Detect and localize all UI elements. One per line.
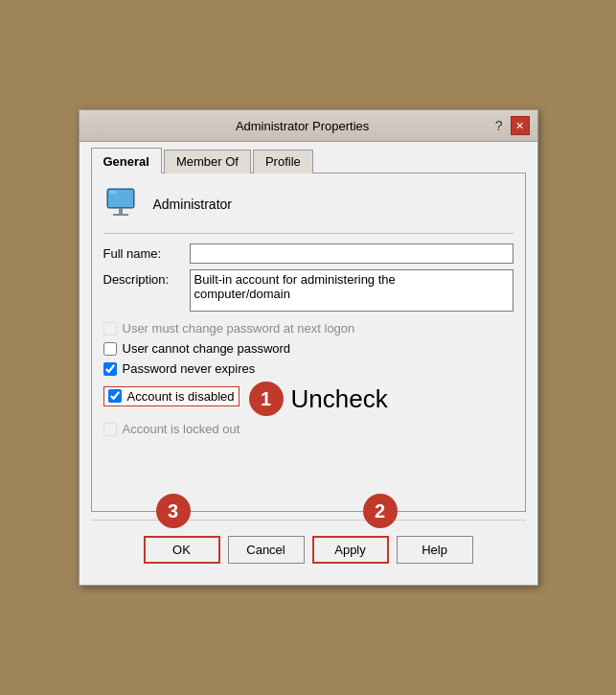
apply-button[interactable]: Apply <box>312 536 389 564</box>
checkbox-row-cannot-change: User cannot change password <box>103 341 513 356</box>
title-bar-controls: ? ✕ <box>495 116 530 135</box>
checkbox-never-expires[interactable] <box>103 362 117 376</box>
description-input[interactable]: Built-in account for administering the c… <box>190 269 513 312</box>
title-bar: Administrator Properties ? ✕ <box>80 110 537 142</box>
checkbox-row-locked-out: Account is locked out <box>103 422 513 436</box>
dialog-body: General Member Of Profile <box>80 142 537 585</box>
checkbox-row-account-disabled: Account is disabled <box>103 386 240 406</box>
checkbox-locked-out[interactable] <box>103 423 117 436</box>
svg-rect-3 <box>113 214 128 216</box>
annotation-badge-2: 2 <box>363 494 398 528</box>
checkbox-never-expires-label: Password never expires <box>123 361 256 376</box>
checkboxes-section: User must change password at next logon … <box>103 321 513 436</box>
checkbox-cannot-change-label: User cannot change password <box>123 341 291 356</box>
checkbox-account-disabled-label: Account is disabled <box>127 389 235 404</box>
tab-member-of[interactable]: Member Of <box>164 150 251 174</box>
annotation-text: Uncheck <box>291 384 388 414</box>
annotation-uncheck: 1 Uncheck <box>249 382 388 416</box>
description-row: Description: Built-in account for admini… <box>103 269 513 312</box>
checkbox-account-disabled[interactable] <box>108 389 122 403</box>
checkbox-row-never-expires: Password never expires <box>103 361 513 376</box>
cancel-button[interactable]: Cancel <box>228 536 305 564</box>
checkbox-must-change[interactable] <box>103 322 117 336</box>
ok-button[interactable]: OK <box>144 536 220 564</box>
full-name-input[interactable] <box>190 243 513 264</box>
close-button[interactable]: ✕ <box>511 116 530 135</box>
help-button[interactable]: Help <box>397 536 473 564</box>
checkbox-cannot-change[interactable] <box>103 342 117 356</box>
user-avatar <box>103 185 142 223</box>
svg-rect-4 <box>109 191 117 194</box>
tab-general[interactable]: General <box>91 148 162 174</box>
user-name: Administrator <box>153 197 232 212</box>
tab-profile[interactable]: Profile <box>253 150 313 174</box>
full-name-row: Full name: <box>103 243 513 264</box>
description-label: Description: <box>103 269 190 287</box>
annotation-badge-1: 1 <box>249 382 284 416</box>
checkbox-must-change-label: User must change password at next logon <box>123 321 355 336</box>
full-name-label: Full name: <box>103 243 190 261</box>
checkbox-row-must-change: User must change password at next logon <box>103 321 513 336</box>
checkbox-locked-out-label: Account is locked out <box>123 422 240 436</box>
annotation-badge-3: 3 <box>156 494 191 528</box>
window-title: Administrator Properties <box>110 119 495 133</box>
help-icon[interactable]: ? <box>495 118 503 133</box>
user-header: Administrator <box>103 185 513 234</box>
dialog-footer: 3 2 OK Cancel Apply Help <box>91 520 526 573</box>
tab-bar: General Member Of Profile <box>91 150 526 174</box>
svg-rect-2 <box>119 208 123 214</box>
admin-properties-dialog: Administrator Properties ? ✕ General Mem… <box>79 109 538 586</box>
tab-content-general: Administrator Full name: Description: Bu… <box>91 173 526 512</box>
